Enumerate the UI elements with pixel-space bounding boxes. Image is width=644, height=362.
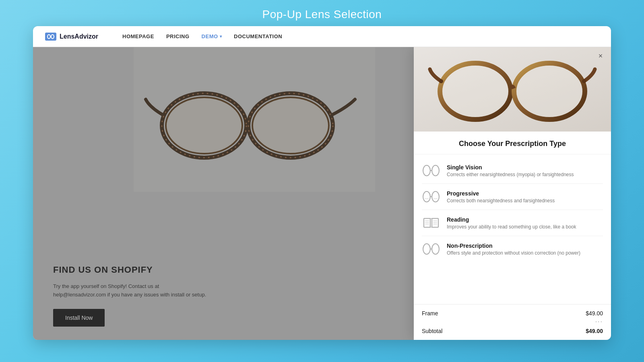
svg-point-17 [516, 66, 582, 117]
nav-demo-label: DEMO [202, 33, 218, 39]
single-vision-text: Single Vision Corrects either nearsighte… [447, 164, 574, 177]
option-desc: Offers style and protection without visi… [447, 250, 580, 256]
option-non-prescription[interactable]: Non-Prescription Offers style and protec… [422, 236, 603, 262]
frame-price: $49.00 [586, 310, 603, 317]
reading-icon [422, 216, 440, 230]
option-name: Single Vision [447, 164, 574, 171]
logo-text: LensAdvizor [60, 33, 98, 40]
svg-point-39 [432, 244, 439, 254]
nav-links: HOMEPAGE PRICING DEMO ▾ DOCUMENTATION [122, 33, 282, 39]
subtotal-price: $49.00 [586, 328, 603, 334]
frame-label: Frame [422, 310, 438, 317]
nav-homepage[interactable]: HOMEPAGE [122, 33, 154, 39]
popup-modal: × [414, 47, 611, 340]
option-name: Non-Prescription [447, 243, 580, 249]
nav-logo[interactable]: LensAdvizor [45, 33, 98, 41]
nav-demo[interactable]: DEMO ▾ [202, 33, 222, 39]
option-reading[interactable]: Reading Improves your ability to read so… [422, 210, 603, 236]
svg-rect-28 [424, 218, 430, 227]
option-desc: Corrects either nearsightedness (myopia)… [447, 172, 574, 177]
svg-rect-1 [51, 35, 54, 39]
popup-overlay: × [33, 47, 611, 340]
nav-pricing[interactable]: PRICING [166, 33, 190, 39]
nav-documentation[interactable]: DOCUMENTATION [234, 33, 282, 39]
browser-window: LensAdvizor HOMEPAGE PRICING DEMO ▾ DOCU… [33, 26, 611, 340]
popup-glasses-image [414, 47, 611, 132]
option-desc: Improves your ability to read something … [447, 224, 576, 230]
chevron-down-icon: ▾ [220, 34, 222, 39]
non-prescription-icon [422, 242, 440, 256]
option-single-vision[interactable]: Single Vision Corrects either nearsighte… [422, 158, 603, 184]
svg-point-24 [432, 191, 439, 202]
svg-point-18 [439, 79, 443, 83]
site-content: FIND US ON SHOPIFY Try the app yourself … [33, 47, 611, 340]
svg-point-38 [423, 244, 430, 254]
popup-footer: Frame $49.00 ··· Subtotal $49.00 [414, 304, 611, 340]
non-prescription-text: Non-Prescription Offers style and protec… [447, 243, 580, 256]
frame-price-row: Frame $49.00 [422, 310, 603, 317]
svg-point-15 [442, 66, 508, 117]
single-vision-icon [422, 163, 440, 178]
progressive-text: Progressive Corrects both nearsightednes… [447, 190, 555, 204]
option-name: Reading [447, 216, 576, 223]
close-button[interactable]: × [596, 51, 605, 61]
subtotal-label: Subtotal [422, 328, 442, 334]
option-name: Progressive [447, 190, 555, 197]
svg-point-20 [423, 165, 430, 176]
option-progressive[interactable]: Progressive Corrects both nearsightednes… [422, 184, 603, 210]
svg-point-21 [432, 165, 439, 176]
price-dots: ··· [595, 318, 603, 325]
reading-text: Reading Improves your ability to read so… [447, 216, 576, 230]
popup-content: Choose Your Prescription Type [414, 132, 611, 304]
svg-point-23 [423, 191, 430, 202]
nav-bar: LensAdvizor HOMEPAGE PRICING DEMO ▾ DOCU… [33, 26, 611, 47]
svg-rect-0 [47, 35, 50, 39]
dots-row: ··· [422, 318, 603, 325]
svg-rect-29 [432, 218, 438, 227]
logo-icon [45, 33, 56, 41]
popup-heading: Choose Your Prescription Type [414, 132, 611, 154]
svg-point-19 [582, 79, 586, 83]
option-desc: Corrects both nearsightedness and farsig… [447, 198, 555, 204]
prescription-options: Single Vision Corrects either nearsighte… [414, 154, 611, 265]
subtotal-row: Subtotal $49.00 [422, 328, 603, 334]
page-title: Pop-Up Lens Selection [0, 8, 644, 21]
progressive-icon [422, 189, 440, 204]
